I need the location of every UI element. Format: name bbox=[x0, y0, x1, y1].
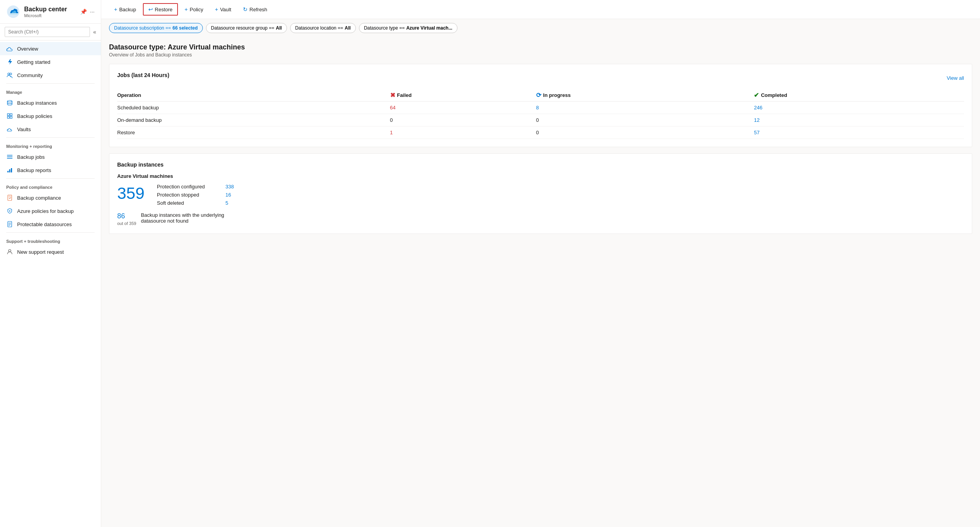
sidebar-item-protectable-datasources-label: Protectable datasources bbox=[17, 221, 72, 227]
svg-rect-12 bbox=[9, 169, 11, 172]
nav-divider-2 bbox=[6, 137, 95, 138]
sidebar-item-getting-started[interactable]: Getting started bbox=[0, 55, 101, 69]
job-completed[interactable]: 246 bbox=[754, 102, 964, 114]
sidebar-item-vaults[interactable]: Vaults bbox=[0, 123, 101, 136]
section-manage: Manage bbox=[0, 85, 101, 96]
stat-label: Protection configured bbox=[157, 184, 219, 190]
sidebar-item-backup-instances[interactable]: Backup instances bbox=[0, 96, 101, 109]
instances-stat-row: Soft deleted 5 bbox=[157, 200, 234, 206]
toolbar: + Backup ↩ Restore + Policy + Vault ↻ Re… bbox=[101, 0, 980, 19]
instances-footer-num-value[interactable]: 86 bbox=[117, 212, 136, 220]
job-completed[interactable]: 57 bbox=[754, 126, 964, 139]
page-subtitle: Overview of Jobs and Backup instances bbox=[109, 52, 972, 58]
restore-button[interactable]: ↩ Restore bbox=[143, 3, 178, 16]
sidebar-item-backup-compliance-label: Backup compliance bbox=[17, 195, 61, 201]
job-failed[interactable]: 0 bbox=[390, 114, 536, 126]
filters-row: Datasource subscription == 66 selected D… bbox=[101, 19, 980, 37]
filter-datasource-location[interactable]: Datasource location == All bbox=[290, 23, 356, 33]
app-logo bbox=[6, 5, 20, 19]
filter-datasource-resource-group[interactable]: Datasource resource group == All bbox=[206, 23, 287, 33]
stat-value[interactable]: 16 bbox=[225, 192, 231, 198]
job-operation: Scheduled backup bbox=[117, 102, 390, 114]
cloud-store-icon bbox=[6, 126, 13, 133]
sidebar-item-backup-jobs[interactable]: Backup jobs bbox=[0, 150, 101, 163]
filter-datasource-type[interactable]: Datasource type == Azure Virtual mach... bbox=[359, 23, 457, 33]
collapse-sidebar-button[interactable]: « bbox=[93, 29, 96, 35]
instances-section: Azure Virtual machines 359 Protection co… bbox=[117, 173, 964, 226]
instances-footer-description: Backup instances with the underlying dat… bbox=[141, 212, 242, 224]
refresh-button[interactable]: ↻ Refresh bbox=[238, 4, 273, 15]
backup-button[interactable]: + Backup bbox=[109, 4, 141, 15]
vault-button[interactable]: + Vault bbox=[210, 4, 236, 15]
sidebar-item-new-support[interactable]: New support request bbox=[0, 245, 101, 258]
doc-check-icon bbox=[6, 194, 13, 201]
instances-total-number[interactable]: 359 bbox=[117, 185, 144, 202]
svg-rect-6 bbox=[7, 116, 9, 118]
table-row: On-demand backup0012 bbox=[117, 114, 964, 126]
instances-stat-row: Protection configured 338 bbox=[157, 184, 234, 190]
sidebar-item-overview[interactable]: Overview bbox=[0, 42, 101, 55]
backup-instances-card: Backup instances Azure Virtual machines … bbox=[109, 153, 972, 234]
job-completed[interactable]: 12 bbox=[754, 114, 964, 126]
stat-value[interactable]: 5 bbox=[225, 200, 228, 206]
policy-button-label: Policy bbox=[190, 7, 203, 12]
instances-footer-count: 86 out of 359 bbox=[117, 212, 136, 226]
filter-datasource-subscription[interactable]: Datasource subscription == 66 selected bbox=[109, 23, 203, 33]
nav-divider-3 bbox=[6, 178, 95, 179]
page-title: Datasource type: Azure Virtual machines bbox=[109, 43, 972, 51]
instances-footer: 86 out of 359 Backup instances with the … bbox=[117, 212, 964, 226]
filter-type-value: Azure Virtual mach... bbox=[406, 25, 452, 31]
database-icon bbox=[6, 99, 13, 106]
restore-icon: ↩ bbox=[148, 6, 153, 12]
stat-label: Protection stopped bbox=[157, 192, 219, 198]
policy-button[interactable]: + Policy bbox=[179, 4, 208, 15]
sidebar-item-backup-reports-label: Backup reports bbox=[17, 167, 51, 173]
sidebar-item-backup-policies[interactable]: Backup policies bbox=[0, 109, 101, 123]
sidebar-item-backup-reports[interactable]: Backup reports bbox=[0, 163, 101, 177]
job-failed[interactable]: 1 bbox=[390, 126, 536, 139]
instances-layout: 359 Protection configured 338 Protection… bbox=[117, 184, 964, 206]
job-in-progress[interactable]: 0 bbox=[536, 126, 754, 139]
backup-button-label: Backup bbox=[119, 7, 136, 12]
search-row: « bbox=[0, 24, 101, 40]
pin-area: 📌 ··· bbox=[80, 9, 95, 15]
pin-icon[interactable]: 📌 bbox=[80, 9, 87, 15]
job-in-progress[interactable]: 0 bbox=[536, 114, 754, 126]
sidebar-item-azure-policies[interactable]: Azure policies for backup bbox=[0, 204, 101, 218]
plus-icon-vault: + bbox=[215, 6, 218, 12]
list-icon bbox=[6, 153, 13, 160]
sidebar-item-backup-compliance[interactable]: Backup compliance bbox=[0, 191, 101, 204]
search-input[interactable] bbox=[5, 27, 90, 37]
in-progress-icon: ⟳ bbox=[536, 91, 541, 99]
filter-sub-label: Datasource subscription == bbox=[114, 25, 171, 31]
app-subtitle: Microsoft bbox=[24, 13, 67, 18]
svg-point-16 bbox=[9, 211, 11, 212]
nav-divider-4 bbox=[6, 232, 95, 233]
more-options-icon[interactable]: ··· bbox=[90, 9, 95, 15]
sidebar-header: Backup center Microsoft 📌 ··· bbox=[0, 0, 101, 24]
vault-button-label: Vault bbox=[220, 7, 231, 12]
sidebar-item-community[interactable]: Community bbox=[0, 69, 101, 82]
job-failed[interactable]: 64 bbox=[390, 102, 536, 114]
svg-rect-9 bbox=[7, 156, 12, 157]
content-area: Datasource type: Azure Virtual machines … bbox=[101, 37, 980, 527]
restore-button-label: Restore bbox=[155, 7, 173, 12]
view-all-link[interactable]: View all bbox=[947, 75, 964, 81]
lightning-icon bbox=[6, 58, 13, 65]
svg-rect-7 bbox=[10, 116, 12, 118]
sidebar-item-overview-label: Overview bbox=[17, 46, 38, 52]
svg-rect-10 bbox=[7, 158, 12, 159]
cloud-icon bbox=[6, 45, 13, 52]
col-failed: ✖ Failed bbox=[390, 89, 536, 102]
sidebar-nav: Overview Getting started Community Manag… bbox=[0, 40, 101, 527]
filter-rg-value: All bbox=[276, 25, 282, 31]
svg-rect-5 bbox=[10, 114, 12, 116]
sidebar-item-protectable-datasources[interactable]: Protectable datasources bbox=[0, 218, 101, 231]
stat-value[interactable]: 338 bbox=[225, 184, 234, 190]
people-icon bbox=[6, 72, 13, 79]
job-operation: On-demand backup bbox=[117, 114, 390, 126]
app-title: Backup center bbox=[24, 5, 67, 13]
jobs-card-header: Jobs (last 24 Hours) View all bbox=[117, 72, 964, 84]
job-in-progress[interactable]: 8 bbox=[536, 102, 754, 114]
doc-list-icon bbox=[6, 221, 13, 228]
